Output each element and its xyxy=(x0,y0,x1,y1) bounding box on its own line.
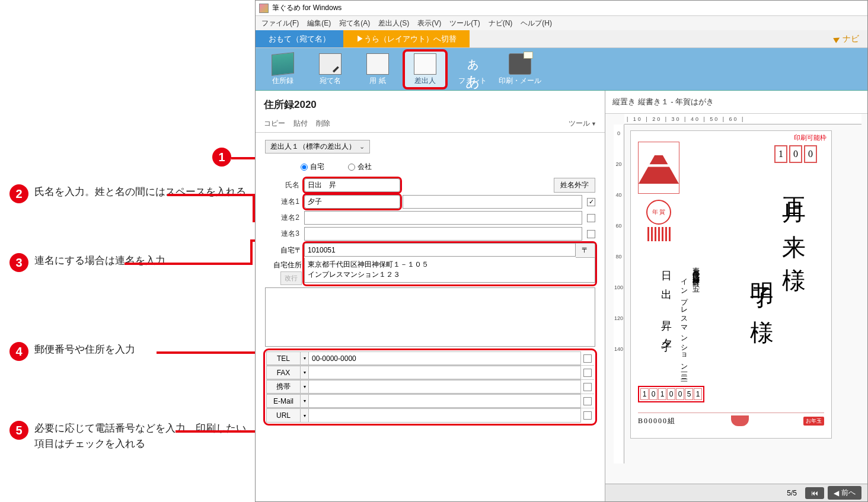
postcard-preview[interactable]: 印刷可能枠 年 賀 1 0 0 正月 来 様 明子 様 東京都千代田区神田神保町… xyxy=(630,130,832,439)
renmei1-checkbox[interactable] xyxy=(587,198,595,206)
mobile-dropdown[interactable]: ▾ xyxy=(301,380,309,394)
zip-digit: 1 xyxy=(774,145,787,163)
location-radios: 自宅 会社 xyxy=(301,162,595,172)
otoshidama-tag: お年玉 xyxy=(803,417,824,426)
first-button[interactable]: ⏮ xyxy=(805,487,824,499)
toolbar: 住所録 宛て名 用 紙 差出人 ぁあフォント 印刷・メール xyxy=(256,48,867,91)
renmei2-input[interactable] xyxy=(304,211,582,225)
gaiji-button[interactable]: 姓名外字 xyxy=(554,178,595,193)
fuji-icon xyxy=(639,148,679,184)
content-area: 住所録2020 コピー 貼付 削除 ツール 差出人１（標準の差出人） 自宅 会社… xyxy=(256,91,867,501)
mobile-checkbox[interactable] xyxy=(583,383,592,391)
print-icon xyxy=(509,53,531,75)
name-row: 氏名 姓名外字 xyxy=(265,178,595,193)
preview-title: 縦置き 縦書き１ - 年賀はがき xyxy=(605,91,867,114)
url-input[interactable] xyxy=(309,408,581,423)
prev-button[interactable]: ◀ 前へ xyxy=(828,486,861,500)
renmei2-label: 連名2 xyxy=(265,213,302,223)
menu-help[interactable]: ヘルプ(H) xyxy=(521,18,552,28)
fax-dropdown[interactable]: ▾ xyxy=(301,366,309,379)
tab-bar: おもて（宛て名） ▶うら（レイアウト）へ切替 ナビ xyxy=(256,30,867,48)
radio-home[interactable]: 自宅 xyxy=(301,162,324,172)
connector-line xyxy=(125,263,253,265)
email-label: E-Mail xyxy=(266,394,301,408)
renmei2-checkbox[interactable] xyxy=(587,214,595,222)
zip-digit: 0 xyxy=(804,145,817,163)
menu-atena[interactable]: 宛て名(A) xyxy=(339,18,370,28)
recipient-name-1: 正月 来 様 xyxy=(777,178,810,254)
name-input[interactable] xyxy=(304,178,400,192)
book-icon xyxy=(272,52,294,76)
email-checkbox[interactable] xyxy=(583,397,592,405)
annotation-number: 4 xyxy=(9,342,28,361)
tool-dropdown[interactable]: ツール xyxy=(569,119,596,129)
annotation-number: 5 xyxy=(9,421,28,440)
address-input[interactable] xyxy=(304,258,595,283)
renmei3-input[interactable] xyxy=(304,227,582,241)
paste-button[interactable]: 貼付 xyxy=(293,119,308,129)
menu-tool[interactable]: ツール(T) xyxy=(449,18,480,28)
radio-home-label: 自宅 xyxy=(310,162,324,172)
ruler-vertical: 0 20 40 60 80 100 120 140 xyxy=(614,124,624,463)
url-checkbox[interactable] xyxy=(583,411,592,420)
toolbar-print[interactable]: 印刷・メール xyxy=(499,50,541,88)
mobile-row: 携帯 ▾ xyxy=(266,380,594,394)
connector-line xyxy=(175,430,255,433)
lottery-area: B00000組 お年玉 xyxy=(638,413,824,426)
newline-button[interactable]: 改行 xyxy=(280,271,302,285)
navi-button[interactable]: ナビ xyxy=(826,30,867,47)
radio-company-input[interactable] xyxy=(348,164,355,171)
renmei1-input-ext[interactable] xyxy=(403,195,582,209)
tel-dropdown[interactable]: ▾ xyxy=(301,351,309,365)
tel-checkbox[interactable] xyxy=(583,354,592,363)
annotation-1: 1 xyxy=(212,148,231,167)
mobile-input[interactable] xyxy=(309,380,581,394)
tab-front[interactable]: おもて（宛て名） xyxy=(256,30,343,47)
menu-view[interactable]: 表示(V) xyxy=(417,18,441,28)
addr-label: 自宅住所 xyxy=(265,255,302,270)
annotation-text: 氏名を入力。姓と名の間にはスペースを入れる xyxy=(34,184,246,200)
email-dropdown[interactable]: ▾ xyxy=(301,394,309,408)
toolbar-paper[interactable]: 用 紙 xyxy=(356,50,399,88)
menu-navi[interactable]: ナビ(N) xyxy=(489,18,513,28)
email-input[interactable] xyxy=(309,394,581,408)
preview-body: | 10 | 20 | 30 | 40 | 50 | 60 | 0 20 40 … xyxy=(605,114,867,484)
nenga-circle: 年 賀 xyxy=(646,200,671,225)
connector-line xyxy=(250,239,253,265)
sender-icon xyxy=(414,53,436,75)
menu-file[interactable]: ファイル(F) xyxy=(261,18,299,28)
memo-area[interactable] xyxy=(265,287,595,347)
contact-block: TEL ▾ FAX ▾ 携帯 ▾ xyxy=(265,350,595,424)
renmei3-checkbox[interactable] xyxy=(587,230,595,238)
menu-bar: ファイル(F) 編集(E) 宛て名(A) 差出人(S) 表示(V) ツール(T)… xyxy=(256,16,867,30)
recipient-zip: 1 0 0 xyxy=(774,145,817,163)
renmei1-input[interactable] xyxy=(304,195,400,209)
copy-button[interactable]: コピー xyxy=(264,119,285,129)
zip-lookup-button[interactable]: 〒 xyxy=(576,243,595,258)
zip-digit: 0 xyxy=(649,388,658,400)
radio-home-input[interactable] xyxy=(301,164,308,171)
toolbar-label: 用 紙 xyxy=(369,76,385,86)
ruler-tick: 80 xyxy=(615,254,621,260)
connector-line xyxy=(167,194,255,196)
fax-checkbox[interactable] xyxy=(583,369,592,377)
toolbar-addressbook[interactable]: 住所録 xyxy=(261,50,304,88)
menu-sender[interactable]: 差出人(S) xyxy=(378,18,409,28)
tab-front-label: おもて（宛て名） xyxy=(269,34,330,44)
url-dropdown[interactable]: ▾ xyxy=(301,408,309,423)
fax-input[interactable] xyxy=(309,366,581,379)
zip-input[interactable] xyxy=(304,243,576,257)
sender-select[interactable]: 差出人１（標準の差出人） xyxy=(265,140,370,154)
nenga-bars xyxy=(638,227,679,241)
delete-button[interactable]: 削除 xyxy=(316,119,330,129)
toolbar-sender[interactable]: 差出人 xyxy=(404,50,446,88)
tel-input[interactable] xyxy=(309,351,581,365)
sender-select-label: 差出人１（標準の差出人） xyxy=(270,142,356,152)
radio-company[interactable]: 会社 xyxy=(348,162,372,172)
tab-back[interactable]: ▶うら（レイアウト）へ切替 xyxy=(343,30,470,47)
toolbar-label: 宛て名 xyxy=(320,76,341,86)
zip-digit: 0 xyxy=(667,388,675,400)
menu-edit[interactable]: 編集(E) xyxy=(307,18,331,28)
toolbar-font[interactable]: ぁあフォント xyxy=(451,50,494,88)
toolbar-atena[interactable]: 宛て名 xyxy=(309,50,352,88)
